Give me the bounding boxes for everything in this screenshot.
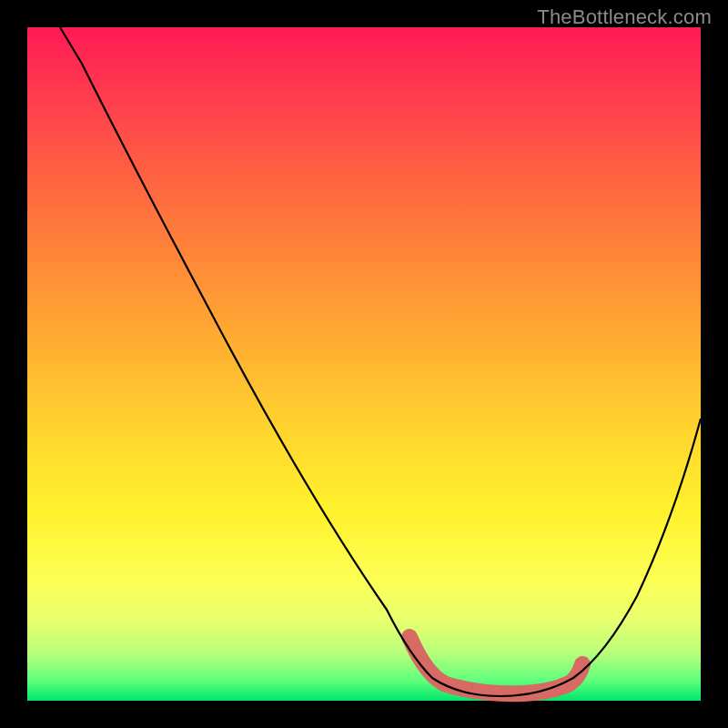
plot-area: [27, 27, 701, 701]
curve-svg: [27, 27, 701, 701]
watermark-text: TheBottleneck.com: [537, 5, 712, 29]
bottleneck-curve-line: [60, 27, 701, 696]
chart-frame: TheBottleneck.com: [0, 0, 728, 728]
